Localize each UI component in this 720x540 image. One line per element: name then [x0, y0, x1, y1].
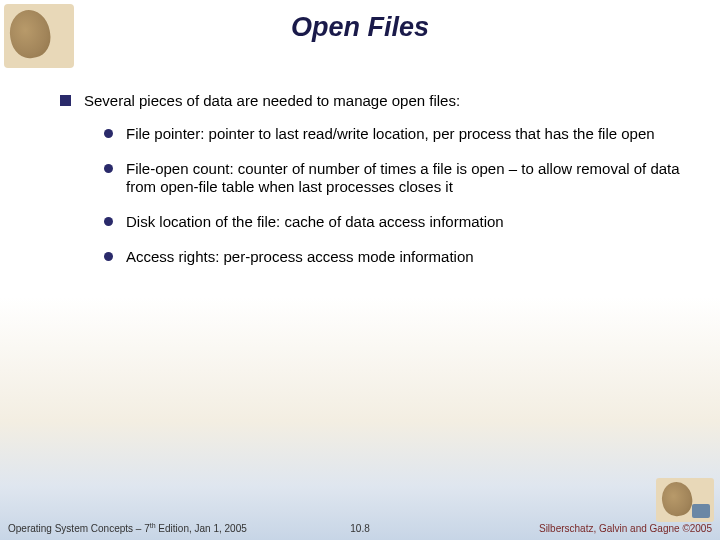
slide-content: Several pieces of data are needed to man… [60, 92, 680, 283]
footer-left-suffix: Edition, Jan 1, 2005 [156, 523, 247, 534]
bullet-level1-text: Several pieces of data are needed to man… [84, 92, 460, 109]
bullet-level2: File pointer: pointer to last read/write… [104, 125, 680, 144]
bullet-level2-text: Disk location of the file: cache of data… [126, 213, 504, 230]
slide-title: Open Files [0, 12, 720, 43]
footer-page-number: 10.8 [350, 523, 369, 534]
footer-left: Operating System Concepts – 7th Edition,… [8, 522, 247, 534]
slide: Open Files Several pieces of data are ne… [0, 0, 720, 540]
bullet-level2: Disk location of the file: cache of data… [104, 213, 680, 232]
dinosaur-logo-bottom-icon [656, 478, 714, 522]
bullet-level2-text: File-open count: counter of number of ti… [126, 160, 680, 196]
footer: Operating System Concepts – 7th Edition,… [0, 518, 720, 534]
bullet-level2: File-open count: counter of number of ti… [104, 160, 680, 198]
footer-right: Silberschatz, Galvin and Gagne ©2005 [539, 523, 712, 534]
bullet-level2: Access rights: per-process access mode i… [104, 248, 680, 267]
bullet-level1: Several pieces of data are needed to man… [60, 92, 680, 111]
bullet-level2-group: File pointer: pointer to last read/write… [104, 125, 680, 267]
bullet-level2-text: Access rights: per-process access mode i… [126, 248, 474, 265]
bullet-level2-text: File pointer: pointer to last read/write… [126, 125, 655, 142]
footer-left-prefix: Operating System Concepts – 7 [8, 523, 150, 534]
